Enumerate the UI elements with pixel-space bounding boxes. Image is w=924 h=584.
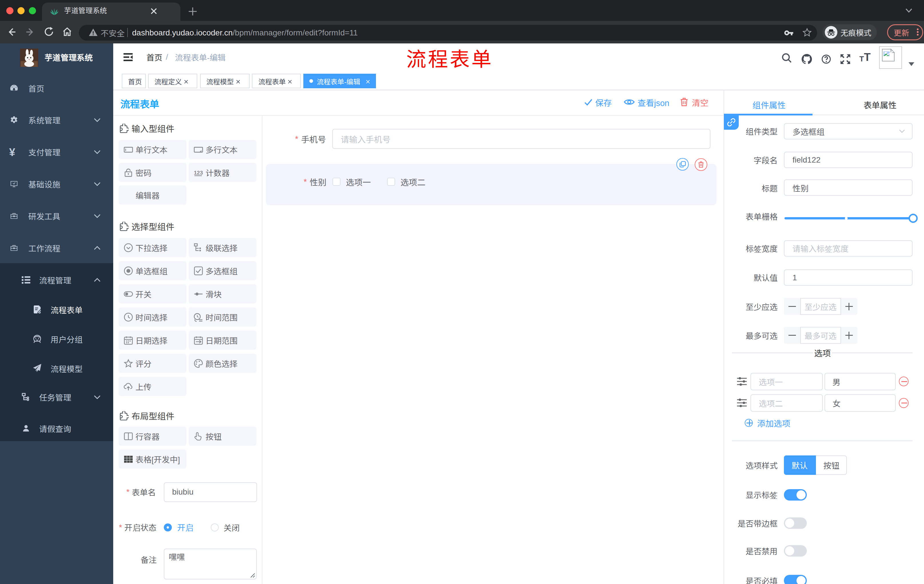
svg-text:123: 123 [194,170,203,176]
